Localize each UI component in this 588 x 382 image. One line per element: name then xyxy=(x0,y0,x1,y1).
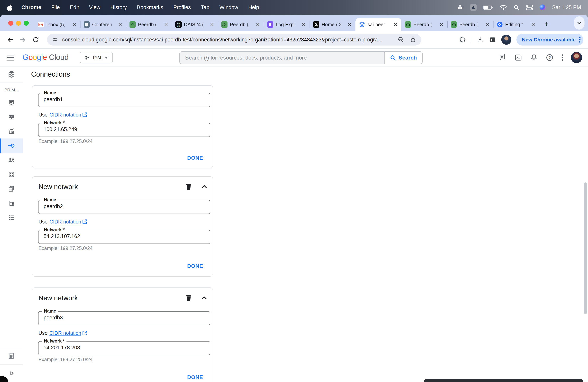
sidebar-item-connections[interactable] xyxy=(0,138,23,153)
close-tab-icon[interactable] xyxy=(392,21,399,28)
tab-peerdb[interactable]: Peerdb ( xyxy=(447,18,493,31)
sidebar-item-query-insights[interactable] xyxy=(0,124,23,138)
menubar-menu-tab[interactable]: Tab xyxy=(201,4,210,11)
control-center-icon[interactable] xyxy=(526,5,533,10)
google-cloud-logo[interactable]: Google Cloud xyxy=(22,53,69,62)
name-field[interactable]: Name peerdb3 xyxy=(38,311,210,325)
done-button[interactable]: DONE xyxy=(187,374,203,381)
download-icon[interactable] xyxy=(476,36,484,43)
menubar-menu-bookmarks[interactable]: Bookmarks xyxy=(137,4,163,11)
menubar-menu-profiles[interactable]: Profiles xyxy=(173,4,191,11)
extensions-icon[interactable] xyxy=(459,36,466,43)
cloud-shell-icon[interactable] xyxy=(514,53,522,62)
sidebar-item-operations[interactable] xyxy=(0,211,23,225)
wifi-icon[interactable] xyxy=(500,5,507,10)
tab-editing[interactable]: Editing " xyxy=(493,18,539,31)
search-icon[interactable] xyxy=(514,4,519,10)
gcp-kebab-icon[interactable] xyxy=(562,54,563,61)
close-tab-icon[interactable] xyxy=(71,21,77,28)
tab-peerdb[interactable]: Peerdb ( xyxy=(401,18,447,31)
close-tab-icon[interactable] xyxy=(255,21,261,28)
menubar-clock[interactable]: Sat 1:25 PM xyxy=(552,4,581,11)
name-field-value[interactable]: peerdb1 xyxy=(39,93,210,103)
nav-menu-icon[interactable] xyxy=(7,54,15,61)
close-tab-icon[interactable] xyxy=(301,21,307,28)
menubar-menu-file[interactable]: File xyxy=(51,4,60,11)
tab-inbox-5[interactable]: Inbox (5, xyxy=(34,18,80,31)
help-icon[interactable]: ? xyxy=(546,53,554,62)
cidr-notation-link[interactable]: CIDR notation xyxy=(49,112,87,118)
name-field-value[interactable]: peerdb3 xyxy=(39,312,210,321)
zoom-out-icon[interactable] xyxy=(398,36,404,43)
tab-search-chevron-button[interactable] xyxy=(574,16,585,30)
close-tab-icon[interactable] xyxy=(163,21,169,28)
blocks-icon[interactable] xyxy=(458,4,463,10)
battery-icon[interactable] xyxy=(483,5,493,10)
release-notes-button[interactable] xyxy=(0,347,23,364)
tab-log-expl[interactable]: Log Expl xyxy=(264,18,310,31)
tab-home-x[interactable]: Home / X xyxy=(310,18,356,31)
bookmark-star-icon[interactable] xyxy=(410,36,417,43)
url-text[interactable]: console.cloud.google.com/sql/instances/s… xyxy=(62,37,392,43)
side-panel-icon[interactable] xyxy=(489,36,496,43)
siri-icon[interactable] xyxy=(540,4,546,10)
sidebar-item-overview[interactable] xyxy=(0,95,23,110)
delete-network-button[interactable] xyxy=(184,182,193,191)
gcp-search-input[interactable] xyxy=(180,52,384,64)
tab-peerdb[interactable]: Peerdb ( xyxy=(126,18,172,31)
forward-button[interactable] xyxy=(17,34,29,45)
tab-sai-peer[interactable]: sai-peer xyxy=(356,18,401,31)
close-tab-icon[interactable] xyxy=(209,21,215,28)
site-settings-icon[interactable] xyxy=(52,36,58,43)
back-button[interactable] xyxy=(4,34,16,45)
collapse-card-button[interactable] xyxy=(200,293,209,303)
cidr-notation-link[interactable]: CIDR notation xyxy=(49,219,87,225)
close-window-button[interactable] xyxy=(8,21,13,26)
name-field[interactable]: Name peerdb2 xyxy=(38,200,210,214)
reload-button[interactable] xyxy=(30,34,42,45)
sidebar-item-backups[interactable] xyxy=(0,182,23,196)
close-tab-icon[interactable] xyxy=(117,21,123,28)
project-picker-button[interactable]: test xyxy=(80,52,113,64)
name-field-value[interactable]: peerdb2 xyxy=(39,200,210,210)
triangle-app-icon[interactable] xyxy=(470,4,477,11)
sidebar-item-users[interactable] xyxy=(0,153,23,167)
omnibox[interactable]: console.cloud.google.com/sql/instances/s… xyxy=(47,34,421,45)
delete-network-button[interactable] xyxy=(184,293,193,303)
collapse-card-button[interactable] xyxy=(200,182,209,191)
menubar-menu-window[interactable]: Window xyxy=(220,4,238,11)
menubar-menu-history[interactable]: History xyxy=(110,4,127,11)
apple-menu-icon[interactable] xyxy=(7,4,13,11)
network-field[interactable]: Network * 54.201.178.203 xyxy=(38,341,210,355)
vertical-scrollbar[interactable] xyxy=(584,182,587,314)
sidebar-item-system-insights[interactable] xyxy=(0,110,23,124)
bell-icon[interactable] xyxy=(530,53,538,62)
update-chrome-button[interactable]: New Chrome available xyxy=(516,34,583,45)
close-tab-icon[interactable] xyxy=(438,21,444,28)
gcp-account-avatar[interactable] xyxy=(571,52,582,63)
menubar-menu-edit[interactable]: Edit xyxy=(70,4,79,11)
menubar-menu-help[interactable]: Help xyxy=(248,4,259,11)
done-button[interactable]: DONE xyxy=(187,155,203,161)
new-tab-button[interactable]: + xyxy=(541,18,552,30)
close-tab-icon[interactable] xyxy=(530,21,536,28)
release-notes-icon[interactable] xyxy=(498,53,506,62)
network-field[interactable]: Network * 100.21.65.249 xyxy=(38,123,210,137)
zoom-window-button[interactable] xyxy=(24,21,29,26)
tab-dais24[interactable]: DAISDAIS24 ( xyxy=(172,18,218,31)
close-tab-icon[interactable] xyxy=(484,21,490,28)
tab-peerdb[interactable]: Peerdb ( xyxy=(218,18,264,31)
sidebar-item-databases[interactable] xyxy=(0,167,23,182)
cidr-notation-link[interactable]: CIDR notation xyxy=(49,330,87,336)
menubar-menu-chrome[interactable]: Chrome xyxy=(21,4,41,11)
done-button[interactable]: DONE xyxy=(187,263,203,269)
menubar-menu-view[interactable]: View xyxy=(89,4,100,11)
gcp-search-button[interactable]: Search xyxy=(384,52,422,64)
minimize-window-button[interactable] xyxy=(16,21,21,26)
network-field[interactable]: Network * 54.213.107.162 xyxy=(38,230,210,244)
close-tab-icon[interactable] xyxy=(346,21,353,28)
browser-profile-avatar[interactable] xyxy=(501,35,511,45)
tab-conferen[interactable]: Conferen xyxy=(80,18,126,31)
name-field[interactable]: Name peerdb1 xyxy=(38,93,210,107)
sidebar-item-replicas[interactable] xyxy=(0,196,23,211)
